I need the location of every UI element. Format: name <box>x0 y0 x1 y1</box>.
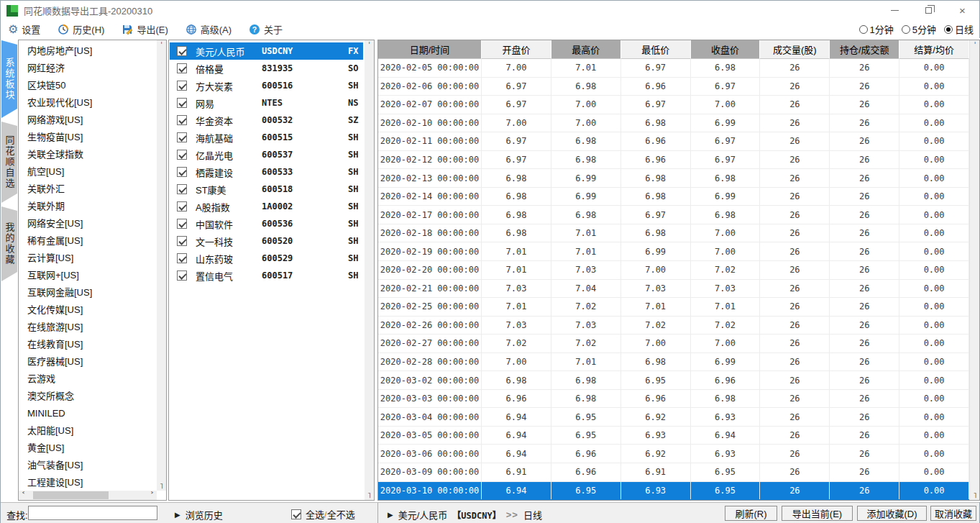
instrument-row[interactable]: 海航基础600515SH <box>170 129 363 146</box>
scroll-up-icon[interactable]: ˈ <box>365 40 374 50</box>
export-menu-item[interactable]: 导出(E) <box>122 22 168 36</box>
remove-favorite-button[interactable]: 取消收藏 <box>930 506 976 521</box>
table-row[interactable]: 2020-02-20 00:00:007.017.037.007.0226260… <box>378 261 969 280</box>
browse-history-button[interactable]: ▶ 浏览历史 <box>175 508 223 522</box>
checkbox-icon[interactable] <box>177 219 187 229</box>
checkbox-icon[interactable] <box>177 63 187 73</box>
table-row[interactable]: 2020-03-10 00:00:006.946.956.936.9526260… <box>378 482 969 501</box>
table-row[interactable]: 2020-02-11 00:00:006.976.986.966.9726260… <box>378 132 969 151</box>
category-item[interactable]: 网络游戏[US] <box>20 112 155 129</box>
table-row[interactable]: 2020-02-26 00:00:007.037.037.027.0226260… <box>378 317 969 335</box>
side-tab-system-sectors[interactable]: 系统板块 <box>1 40 17 118</box>
category-item[interactable]: 在线旅游[US] <box>20 319 155 336</box>
column-header[interactable]: 日期/时间 <box>378 40 482 59</box>
maximize-button[interactable] <box>912 1 945 20</box>
category-item[interactable]: 在线教育[US] <box>20 336 155 353</box>
checkbox-icon[interactable] <box>177 184 187 194</box>
table-row[interactable]: 2020-02-05 00:00:007.007.016.976.9826260… <box>378 59 969 78</box>
category-item[interactable]: 农业现代化[US] <box>20 94 155 112</box>
table-row[interactable]: 2020-03-06 00:00:006.946.966.926.9326260… <box>378 445 969 463</box>
category-item[interactable]: 互联网金融[US] <box>20 284 155 301</box>
category-item[interactable]: 关联全球指数 <box>20 146 155 163</box>
find-input[interactable] <box>28 506 157 520</box>
column-header[interactable]: 收盘价 <box>691 40 761 59</box>
category-vertical-scrollbar[interactable]: ˈ ˥ <box>157 40 166 491</box>
close-button[interactable]: × <box>945 1 979 20</box>
side-tab-my-favorites[interactable]: 我的收藏 <box>1 206 17 281</box>
scroll-up-icon[interactable]: ˈ <box>157 40 166 50</box>
instrument-row[interactable]: 山东药玻600529SH <box>170 250 363 267</box>
checkbox-icon[interactable] <box>177 201 187 212</box>
instrument-vertical-scrollbar[interactable]: ˈ ˥ <box>365 40 374 500</box>
instrument-row[interactable]: 网易NTESNS <box>170 94 363 112</box>
column-header[interactable]: 最低价 <box>621 40 691 59</box>
advanced-menu-item[interactable]: 高级(A) <box>186 22 232 36</box>
table-row[interactable]: 2020-02-21 00:00:007.037.047.037.0326260… <box>378 280 969 299</box>
category-item[interactable]: 油气装备[US] <box>20 457 155 474</box>
category-item[interactable]: 文化传媒[US] <box>20 301 155 319</box>
table-row[interactable]: 2020-02-25 00:00:007.017.027.017.0126260… <box>378 298 969 317</box>
checkbox-icon[interactable] <box>177 115 187 125</box>
checkbox-icon[interactable] <box>177 270 187 281</box>
about-menu-item[interactable]: ? 关于 <box>249 22 283 36</box>
checkbox-icon[interactable] <box>177 236 187 246</box>
table-row[interactable]: 2020-02-06 00:00:006.976.986.966.9726260… <box>378 78 969 96</box>
instrument-row[interactable]: ST康美600518SH <box>170 181 363 198</box>
scroll-down-icon[interactable]: ˥ <box>157 481 166 491</box>
select-all-checkbox[interactable]: 全选/全不选 <box>291 507 355 521</box>
table-row[interactable]: 2020-03-03 00:00:006.966.986.966.9826260… <box>378 390 969 409</box>
column-header[interactable]: 开盘价 <box>482 40 551 59</box>
category-item[interactable]: 内地房地产[US] <box>20 42 155 60</box>
category-item[interactable]: 网红经济 <box>20 60 155 77</box>
add-favorite-button[interactable]: 添加收藏(D) <box>857 506 927 521</box>
instrument-row[interactable]: 美元/人民币USDCNYFX <box>170 42 363 60</box>
table-row[interactable]: 2020-02-10 00:00:007.007.006.986.9926260… <box>378 114 969 133</box>
instrument-row[interactable]: 倍格曼831935SO <box>170 60 363 77</box>
instrument-row[interactable]: 中国软件600536SH <box>170 215 363 232</box>
export-current-button[interactable]: 导出当前(E) <box>782 506 853 521</box>
category-item[interactable]: 关联外汇 <box>20 181 155 198</box>
category-item[interactable]: 医疗器械[US] <box>20 353 155 370</box>
table-row[interactable]: 2020-02-19 00:00:007.017.016.997.0026260… <box>378 242 969 261</box>
table-row[interactable]: 2020-02-27 00:00:007.027.027.007.0026260… <box>378 335 969 353</box>
instrument-row[interactable]: 文一科技600520SH <box>170 232 363 250</box>
checkbox-icon[interactable] <box>177 150 187 160</box>
instrument-row[interactable]: 栖霞建设600533SH <box>170 163 363 181</box>
settings-menu-item[interactable]: ⚙ 设置 <box>8 22 40 36</box>
table-row[interactable]: 2020-02-17 00:00:006.986.986.976.9826260… <box>378 206 969 224</box>
category-item[interactable]: 航空[US] <box>20 163 155 181</box>
side-tab-ths-watchlist[interactable]: 同花顺自选 <box>1 122 17 203</box>
period-option[interactable]: 5分钟 <box>902 22 936 36</box>
table-row[interactable]: 2020-02-18 00:00:006.987.016.987.0026260… <box>378 224 969 243</box>
refresh-button[interactable]: 刷新(R) <box>725 506 777 521</box>
category-item[interactable]: 网络安全[US] <box>20 215 155 232</box>
scroll-up-icon[interactable]: ˈ <box>970 40 980 50</box>
category-item[interactable]: MINILED <box>20 405 155 422</box>
scroll-down-icon[interactable]: ˥ <box>970 491 980 500</box>
category-item[interactable]: 云计算[US] <box>20 250 155 267</box>
checkbox-icon[interactable] <box>177 81 187 91</box>
category-item[interactable]: 工程建设[US] <box>20 474 155 489</box>
table-row[interactable]: 2020-02-07 00:00:006.977.006.977.0026260… <box>378 96 969 114</box>
column-header[interactable]: 结算/均价 <box>899 40 969 59</box>
checkbox-icon[interactable] <box>177 46 187 56</box>
history-menu-item[interactable]: 历史(H) <box>58 22 104 36</box>
category-item[interactable]: 太阳能[US] <box>20 422 155 440</box>
scroll-left-icon[interactable]: ˂ <box>19 491 28 500</box>
column-header[interactable]: 持仓/成交额 <box>830 40 899 59</box>
table-row[interactable]: 2020-02-13 00:00:006.986.996.986.9826260… <box>378 169 969 188</box>
table-row[interactable]: 2020-02-28 00:00:007.007.016.986.9926260… <box>378 353 969 372</box>
instrument-row[interactable]: 华金资本000532SZ <box>170 112 363 129</box>
category-item[interactable]: 生物疫苗[US] <box>20 129 155 146</box>
scroll-right-icon[interactable]: ˃ <box>147 491 157 500</box>
table-row[interactable]: 2020-02-12 00:00:006.976.986.966.9726260… <box>378 151 969 170</box>
table-row[interactable]: 2020-03-02 00:00:006.986.986.956.9626260… <box>378 371 969 390</box>
category-item[interactable]: 稀有金属[US] <box>20 232 155 250</box>
checkbox-icon[interactable] <box>177 98 187 108</box>
checkbox-icon[interactable] <box>177 132 187 142</box>
category-horizontal-scrollbar[interactable]: ˂ ˃ <box>19 491 157 500</box>
scrollbar-thumb[interactable] <box>33 491 109 499</box>
table-row[interactable]: 2020-03-05 00:00:006.946.956.936.9426260… <box>378 427 969 445</box>
category-item[interactable]: 黄金[US] <box>20 440 155 457</box>
column-header[interactable]: 成交量(股) <box>760 40 830 59</box>
